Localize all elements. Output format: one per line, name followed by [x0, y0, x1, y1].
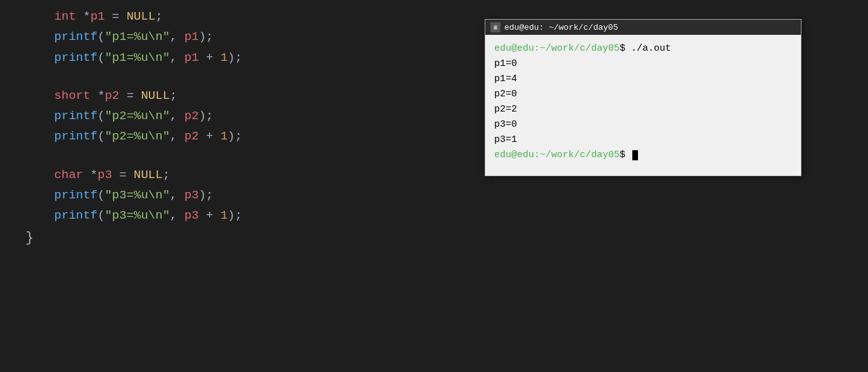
code-token: "p3=%u\n": [105, 185, 170, 205]
terminal-line: edu@edu:~/work/c/day05$: [494, 148, 792, 163]
terminal-line: p1=4: [494, 72, 792, 87]
terminal-line: p2=0: [494, 87, 792, 102]
code-token: "p2=%u\n": [105, 106, 170, 126]
code-token: [25, 126, 54, 146]
code-token: "p1=%u\n": [105, 27, 170, 47]
code-token: [25, 86, 54, 106]
code-line: printf("p2=%u\n", p2);: [25, 106, 418, 126]
terminal-cursor: [632, 150, 638, 160]
code-token: =: [119, 86, 141, 106]
code-token: [25, 165, 54, 185]
code-token: (: [98, 205, 105, 226]
terminal-title: edu@edu: ~/work/c/day05: [504, 23, 618, 32]
terminal-window: ▣ edu@edu: ~/work/c/day05 edu@edu:~/work…: [485, 19, 801, 176]
terminal-output: p2=0: [494, 89, 517, 99]
code-token: *: [91, 86, 105, 106]
code-token: );: [227, 48, 242, 68]
code-token: (: [98, 48, 105, 68]
terminal-line: p3=0: [494, 117, 792, 132]
code-token: 1: [220, 205, 227, 226]
terminal-icon: ▣: [490, 22, 501, 32]
code-blank-line: [25, 68, 418, 86]
code-token: [25, 205, 54, 226]
terminal-command: $ ./a.out: [620, 43, 671, 54]
code-token: ;: [155, 6, 162, 27]
code-token: ,: [170, 48, 184, 68]
terminal-prompt-path: ~/work/c/day05: [540, 150, 620, 160]
code-token: =: [112, 165, 134, 185]
code-token: (: [98, 185, 105, 205]
code-token: (: [98, 106, 105, 126]
code-token: printf: [54, 185, 98, 205]
terminal-output: p1=4: [494, 74, 517, 84]
code-token: p2: [184, 106, 199, 126]
code-token: +: [199, 48, 220, 68]
code-token: =: [105, 6, 126, 27]
code-token: ,: [170, 205, 184, 226]
terminal-line: edu@edu:~/work/c/day05$ ./a.out: [494, 41, 792, 56]
terminal-line: p1=0: [494, 56, 792, 72]
code-token: printf: [54, 126, 98, 146]
code-token: p2: [105, 86, 119, 106]
code-token: ;: [163, 165, 170, 185]
code-token: printf: [54, 205, 98, 226]
terminal-command: $: [620, 150, 631, 160]
code-token: *: [83, 165, 98, 185]
terminal-output: p3=1: [494, 134, 517, 145]
code-token: }: [25, 226, 34, 250]
code-token: "p1=%u\n": [105, 48, 170, 68]
code-token: +: [199, 126, 220, 146]
code-token: p1: [184, 27, 199, 47]
code-line: int *p1 = NULL;: [25, 6, 418, 27]
terminal-output: p3=0: [494, 119, 517, 130]
code-token: );: [199, 185, 214, 205]
code-token: [25, 48, 54, 68]
code-line: char *p3 = NULL;: [25, 165, 418, 185]
code-token: ,: [170, 27, 184, 47]
code-token: [25, 185, 54, 205]
code-line: printf("p2=%u\n", p2 + 1);: [25, 126, 418, 146]
code-token: );: [199, 27, 214, 47]
code-token: NULL: [141, 86, 170, 106]
code-token: int: [54, 6, 76, 27]
code-token: printf: [54, 27, 98, 47]
code-line: short *p2 = NULL;: [25, 86, 418, 106]
terminal-titlebar: ▣ edu@edu: ~/work/c/day05: [485, 20, 801, 35]
code-token: 1: [220, 126, 227, 146]
code-token: ,: [170, 185, 184, 205]
code-token: p3: [184, 205, 199, 226]
code-token: );: [199, 106, 214, 126]
code-token: p3: [98, 165, 112, 185]
code-token: [25, 106, 54, 126]
terminal-body[interactable]: edu@edu:~/work/c/day05$ ./a.outp1=0p1=4p…: [485, 35, 801, 176]
code-token: ,: [170, 126, 184, 146]
terminal-prompt-user: edu@edu:: [494, 150, 540, 160]
code-token: );: [227, 126, 242, 146]
code-token: *: [76, 6, 91, 27]
terminal-output: p2=2: [494, 104, 517, 115]
code-line: }: [25, 226, 418, 250]
code-token: printf: [54, 48, 98, 68]
code-token: char: [54, 165, 84, 185]
terminal-output: p1=0: [494, 58, 517, 69]
code-token: p2: [184, 126, 199, 146]
code-token: NULL: [127, 6, 156, 27]
code-token: (: [98, 126, 105, 146]
terminal-prompt-user: edu@edu:: [494, 43, 540, 54]
code-token: p3: [184, 185, 199, 205]
code-token: ;: [170, 86, 177, 106]
code-line: printf("p3=%u\n", p3);: [25, 185, 418, 205]
code-token: +: [199, 205, 220, 226]
terminal-line: p3=1: [494, 132, 792, 148]
terminal-wrapper: ▣ edu@edu: ~/work/c/day05 edu@edu:~/work…: [418, 0, 868, 372]
code-line: printf("p1=%u\n", p1 + 1);: [25, 48, 418, 68]
code-token: 1: [220, 48, 227, 68]
code-token: [25, 27, 54, 47]
code-token: "p2=%u\n": [105, 126, 170, 146]
code-token: NULL: [134, 165, 163, 185]
code-token: (: [98, 27, 105, 47]
terminal-prompt-path: ~/work/c/day05: [540, 43, 620, 54]
terminal-line: p2=2: [494, 102, 792, 117]
code-token: printf: [54, 106, 98, 126]
code-token: );: [227, 205, 242, 226]
